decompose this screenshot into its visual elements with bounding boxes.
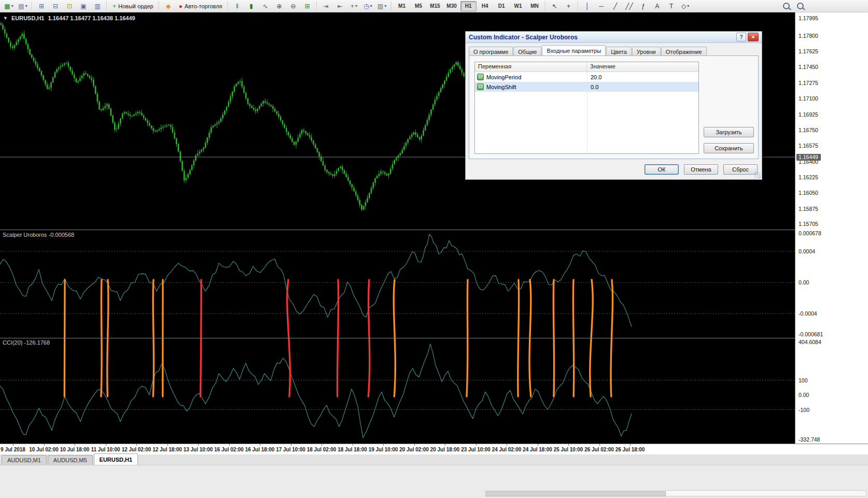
timeframe-h1-button[interactable]: H1 <box>460 1 477 11</box>
timeframe-mn-button[interactable]: MN <box>527 1 543 11</box>
timeframe-m5-button[interactable]: M5 <box>411 1 427 11</box>
parameter-row[interactable]: 12MovingShift0.0 <box>475 82 698 92</box>
bar-chart-mode-icon[interactable]: ‖ <box>231 1 244 11</box>
toolbar-separator <box>545 2 546 10</box>
load-button[interactable]: Загрузить <box>704 127 754 137</box>
scale-label: 1.17625 <box>799 48 818 54</box>
horizontal-line-icon[interactable]: ─ <box>595 1 608 11</box>
tile-windows-icon[interactable]: ⊞ <box>301 1 314 11</box>
chart-tab-audusd-m1[interactable]: AUDUSD,M1 <box>2 455 47 465</box>
timeframe-h4-button[interactable]: H4 <box>477 1 493 11</box>
navigator-icon[interactable]: ⊡ <box>63 1 76 11</box>
templates-icon[interactable]: ▨▾ <box>375 1 389 11</box>
indicators-icon[interactable]: +▾ <box>347 1 361 11</box>
dialog-titlebar[interactable]: Custom Indicator - Scalper Uroboros ? × <box>466 32 762 43</box>
data-window-icon[interactable]: ⊟ <box>49 1 62 11</box>
dialog-tab[interactable]: Отображение <box>661 47 707 56</box>
dialog-tab[interactable]: Общие <box>513 47 541 56</box>
autotrade-label: Авто-торговля <box>185 3 222 9</box>
scrollbar-thumb[interactable] <box>486 491 666 496</box>
candlestick-mode-icon[interactable]: ▮ <box>245 1 258 11</box>
close-icon[interactable]: × <box>748 33 759 41</box>
autotrade-glyph: ● <box>179 3 183 9</box>
line-chart-mode-glyph: ∿ <box>263 3 268 9</box>
column-header-variable[interactable]: Переменная <box>475 62 587 72</box>
scale-label: 1.16750 <box>799 127 818 133</box>
dialog-tab[interactable]: Входные параметры <box>542 45 606 56</box>
metaeditor-icon[interactable]: ◆ <box>162 1 175 11</box>
dialog-tab[interactable]: Цвета <box>606 47 632 56</box>
toolbar-separator <box>578 2 579 10</box>
time-label: 18 Jul 18:00 <box>338 447 367 452</box>
help-icon[interactable]: ? <box>736 33 746 41</box>
column-header-value[interactable]: Значение <box>587 62 619 72</box>
autotrade-button[interactable]: ●Авто-торговля <box>176 1 226 11</box>
time-tick <box>507 444 507 446</box>
time-tick <box>136 444 137 446</box>
parameter-row[interactable]: 12MovingPeriod20.0 <box>475 72 698 82</box>
timeframe-m1-button[interactable]: M1 <box>394 1 410 11</box>
equidistant-channel-icon[interactable]: ╱╱ <box>623 1 636 11</box>
text-icon[interactable]: A <box>651 1 664 11</box>
new-order-button[interactable]: +Новый ордер <box>109 1 157 11</box>
time-label: 18 Jul 02:00 <box>307 447 337 452</box>
text-label-icon[interactable]: T <box>665 1 678 11</box>
timeframe-m30-button[interactable]: M30 <box>444 1 460 11</box>
auto-scroll-icon[interactable]: ⇥ <box>319 1 333 11</box>
timeframe-d1-button[interactable]: D1 <box>494 1 510 11</box>
timeframe-w1-button[interactable]: W1 <box>510 1 526 11</box>
chart-tab-audusd-m5[interactable]: AUDUSD,M5 <box>48 455 93 465</box>
crosshair-icon[interactable]: + <box>562 1 576 11</box>
indicator1-scale-label: 0.00 <box>799 279 809 286</box>
time-label: 25 Jul 10:00 <box>554 447 583 452</box>
search-button[interactable] <box>780 1 794 11</box>
new-chart-icon[interactable]: ▦▾ <box>2 1 16 11</box>
scale-label: 1.17275 <box>799 80 818 86</box>
time-tick <box>353 444 353 446</box>
horizontal-scrollbar[interactable] <box>485 490 866 496</box>
parameter-name: MovingShift <box>486 84 516 90</box>
chart-profiles-icon[interactable]: ▤▾ <box>16 1 30 11</box>
vertical-line-icon[interactable]: │ <box>581 1 594 11</box>
terminal-icon[interactable]: ▣ <box>77 1 90 11</box>
zoom-in-icon[interactable]: ⊕ <box>273 1 286 11</box>
fibonacci-icon[interactable]: ƒ <box>637 1 650 11</box>
strategy-tester-icon[interactable]: ▥ <box>91 1 104 11</box>
vertical-line-glyph: │ <box>585 3 590 9</box>
reset-button[interactable]: Сброс <box>723 164 758 175</box>
periods-icon[interactable]: ◷▾ <box>361 1 375 11</box>
time-tick <box>167 444 168 446</box>
indicator2-scale-label: 100 <box>799 377 808 383</box>
dialog-tab[interactable]: Уровни <box>632 47 661 56</box>
timeframe-m15-button[interactable]: M15 <box>427 1 443 11</box>
toolbar-separator <box>159 2 160 10</box>
parameters-rows: 12MovingPeriod20.012MovingShift0.0 <box>475 72 698 92</box>
time-axis[interactable]: 9 Jul 201810 Jul 02:0010 Jul 18:0011 Jul… <box>0 444 868 454</box>
bar-chart-mode-glyph: ‖ <box>236 3 239 9</box>
save-button[interactable]: Сохранить <box>704 143 754 153</box>
line-chart-mode-icon[interactable]: ∿ <box>259 1 272 11</box>
chart-tab-eurusd-h1[interactable]: EURUSD,H1 <box>94 453 138 465</box>
parameter-value[interactable]: 20.0 <box>587 74 601 80</box>
zoom-out-icon[interactable]: ⊖ <box>287 1 300 11</box>
time-label: 12 Jul 18:00 <box>152 447 182 452</box>
chart-shift-icon[interactable]: ⇤ <box>333 1 347 11</box>
resize-grip[interactable] <box>754 172 761 178</box>
symbol-search-button[interactable] <box>794 1 808 11</box>
price-scale[interactable]: 1.179951.178001.176251.174501.172751.171… <box>795 12 868 444</box>
arrows-shapes-icon[interactable]: ◇▾ <box>679 1 692 11</box>
time-label: 9 Jul 2018 <box>1 447 25 452</box>
indicator1-scale-label: -0.0004 <box>799 310 817 317</box>
cursor-icon[interactable]: ↖ <box>548 1 562 11</box>
market-watch-icon[interactable]: ⊞ <box>35 1 48 11</box>
dialog-tab[interactable]: О программе <box>469 47 513 56</box>
chevron-down-icon: ▾ <box>370 4 372 8</box>
parameter-value[interactable]: 0.0 <box>587 84 598 90</box>
ok-button[interactable]: ОК <box>645 164 679 175</box>
trendline-icon[interactable]: ╱ <box>609 1 622 11</box>
time-label: 10 Jul 18:00 <box>60 447 90 452</box>
chevron-down-icon: ▾ <box>384 4 386 8</box>
cancel-button[interactable]: Отмена <box>684 164 718 175</box>
fibonacci-glyph: ƒ <box>641 3 645 9</box>
metaeditor-glyph: ◆ <box>166 3 171 9</box>
